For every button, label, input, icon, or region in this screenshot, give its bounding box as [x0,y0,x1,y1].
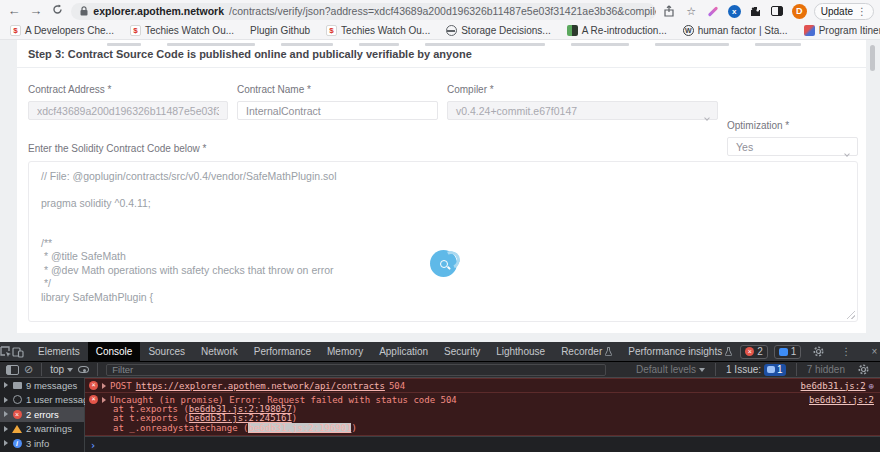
contract-name-label: Contract Name * [237,84,438,95]
page-scrollbar[interactable] [870,45,875,71]
optimization-select[interactable]: Yes [727,137,858,156]
forward-icon[interactable]: → [28,3,44,19]
lock-icon [80,3,88,20]
code-line: // File: @goplugin/contracts/src/v0.4/ve… [41,170,845,183]
wordpress-favicon: W [683,25,694,36]
tab-memory[interactable]: Memory [319,342,371,362]
step-title: Step 3: Contract Source Code is publishe… [28,48,472,60]
tab-elements[interactable]: Elements [30,342,88,362]
inspect-element-icon[interactable] [0,342,12,362]
settings-gear-icon[interactable] [807,342,829,362]
request-url-link[interactable]: https://explorer.apothem.network/api/con… [136,381,385,391]
tab-performance-insights[interactable]: Performance insights [620,342,740,362]
bookmark-item[interactable]: Plugin Github [250,25,310,36]
expand-icon[interactable] [4,426,8,432]
bookmark-item[interactable]: Whuman factor | Sta... [683,25,788,36]
expand-icon[interactable] [4,397,8,403]
bookmark-item[interactable]: $A Developers Che... [10,25,114,36]
favicon: $ [130,25,141,36]
tab-application[interactable]: Application [371,342,436,362]
stack-source-link[interactable]: be6db31.js:2:198057 [189,404,292,414]
expand-icon[interactable] [4,440,8,446]
errors-badge[interactable]: × 2 [740,345,768,359]
stack-frame: at _.onreadystatechange (be6db31.js:2:19… [113,424,876,434]
tab-recorder[interactable]: Recorder [553,342,620,362]
console-error-row[interactable]: × Uncaught (in promise) Error: Request f… [85,393,880,436]
extensions-puzzle-icon[interactable] [748,4,763,19]
sidebar-item-errors[interactable]: × 2 errors [0,407,84,422]
error-icon: × [89,381,98,390]
tab-network[interactable]: Network [193,342,246,362]
bookmark-item[interactable]: $Techies Watch Ou... [130,25,234,36]
tab-security[interactable]: Security [436,342,488,362]
solidity-code-textarea[interactable]: // File: @goplugin/contracts/src/v0.4/ve… [28,161,858,322]
bookmark-item[interactable]: $Techies Watch Ou... [326,25,430,36]
bookmark-star-icon[interactable]: ☆ [684,4,699,19]
context-selector[interactable]: top [50,364,73,375]
page-content: Step 3: Contract Source Code is publishe… [0,40,880,342]
log-levels-selector[interactable]: Default levels [636,364,705,375]
console-error-row[interactable]: × POST https://explorer.apothem.network/… [85,378,880,393]
browser-toolbar: ← → explorer.apothem.network/contracts/v… [0,0,880,22]
sidebar-item-info[interactable]: i 3 info [0,436,84,451]
back-icon[interactable]: ← [6,3,22,19]
side-panel-icon[interactable] [770,4,785,19]
sidebar-item-user-messages[interactable]: 1 user message [0,393,84,408]
share-icon[interactable] [662,4,677,19]
devtools-panel: Elements Console Sources Network Perform… [0,342,880,452]
address-bar[interactable]: explorer.apothem.network/contracts/verif… [71,3,655,20]
tab-console[interactable]: Console [88,342,141,362]
issues-chat-icon [779,348,788,356]
bookmark-item[interactable]: A Re-introduction... [567,25,667,36]
info-icon: i [12,438,22,448]
stack-source-link[interactable]: be6db31.js:2:245161 [189,413,292,423]
console-settings-gear-icon[interactable] [852,360,874,380]
devtools-menu-icon[interactable]: ⋮ [835,342,857,362]
search-fab-button[interactable] [430,250,457,277]
expand-icon[interactable] [4,411,8,417]
console-sidebar-toggle-icon[interactable] [6,365,19,375]
code-line: */ [41,277,845,290]
bookmark-item[interactable]: Storage Decisions... [446,25,551,36]
sidebar-item-messages[interactable]: 9 messages [0,378,84,393]
messages-icon [12,380,22,390]
code-line: pragma solidity ^0.4.11; [41,197,845,210]
error-icon: × [745,347,754,356]
expand-icon[interactable] [102,397,106,403]
optimization-label: Optimization * [727,120,858,131]
device-toolbar-icon[interactable] [12,342,24,362]
code-label: Enter the Solidity Contract Code below * [28,143,206,154]
bookmark-item[interactable]: Program Itinerary... [804,25,880,36]
tab-sources[interactable]: Sources [140,342,193,362]
source-info-icon[interactable]: ⊕ [869,381,874,391]
contract-name-input[interactable] [237,101,438,120]
contract-address-input[interactable] [28,101,228,120]
profile-avatar[interactable]: D [792,4,807,19]
live-expression-eye-icon[interactable] [78,366,89,373]
pen-extension-icon[interactable] [706,4,721,19]
issues-badge[interactable]: 1 [774,345,802,359]
issues-link[interactable]: 1 Issue: 1 [726,364,786,376]
console-sidebar: 9 messages 1 user message × 2 errors 2 w… [0,378,85,452]
tab-lighthouse[interactable]: Lighthouse [488,342,553,362]
expand-icon[interactable] [4,382,8,388]
reload-icon[interactable] [50,3,66,19]
tab-performance[interactable]: Performance [246,342,319,362]
clear-console-icon[interactable]: ⊘ [24,364,33,375]
expand-icon[interactable] [102,383,106,389]
bookmarks-bar: $A Developers Che... $Techies Watch Ou..… [0,22,880,40]
sidebar-item-warnings[interactable]: 2 warnings [0,422,84,437]
source-link[interactable]: be6db31.js:2 [801,381,866,391]
chrome-menu-icon[interactable]: ⋮ [857,6,867,17]
textarea-resize-handle[interactable] [846,310,855,319]
compiler-select[interactable]: v0.4.24+commit.e67f0147 [447,101,718,120]
close-devtools-icon[interactable]: × [863,342,880,362]
stack-source-link-selected[interactable]: be6db31.js:2:196901 [248,423,351,433]
console-filter-input[interactable] [106,364,606,376]
console-prompt[interactable]: › [85,436,880,452]
extension-blue-icon[interactable]: x [728,5,741,18]
source-link[interactable]: be6db31.js:2 [809,395,874,405]
favicon: $ [10,25,21,36]
update-button[interactable]: Update ⋮ [814,3,874,20]
browser-window: ← → explorer.apothem.network/contracts/v… [0,0,880,452]
